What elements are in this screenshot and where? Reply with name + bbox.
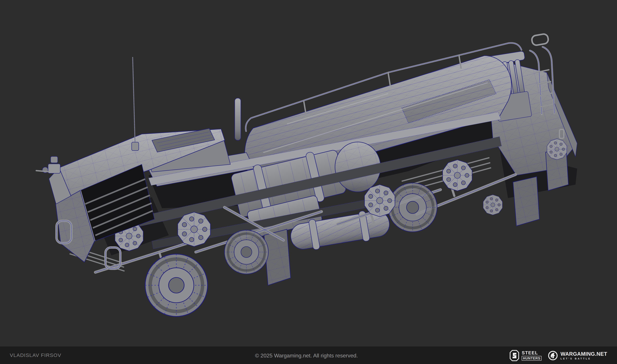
- credits-footer: VLADISLAV FIRSOV © 2025 Wargaming.net. A…: [0, 347, 617, 364]
- artwork-stage: [0, 0, 617, 347]
- wargaming-tagline: LET'S BATTLE: [561, 357, 607, 360]
- artist-credit: VLADISLAV FIRSOV: [10, 352, 61, 358]
- page: { "scene": { "description": "Wireframe-o…: [0, 0, 617, 364]
- wargaming-brand: WARGAMING.NET: [561, 351, 607, 357]
- steel-hunters-logo: STEEL HUNTERS: [509, 350, 542, 362]
- wargaming-globe-icon: [548, 350, 558, 361]
- steel-hunters-wordmark: STEEL HUNTERS: [522, 351, 542, 361]
- steel-hunters-line1: STEEL: [522, 351, 538, 355]
- steel-hunters-line2: HUNTERS: [522, 356, 542, 361]
- brand-logos: STEEL HUNTERS WARGAMING.NET LET'S BATTLE: [509, 350, 607, 362]
- copyright-text: © 2025 Wargaming.net. All rights reserve…: [255, 352, 358, 359]
- wargaming-logo: WARGAMING.NET LET'S BATTLE: [548, 350, 607, 361]
- wargaming-wordmark: WARGAMING.NET LET'S BATTLE: [561, 351, 607, 360]
- front-lamp-cluster: [36, 156, 60, 173]
- steel-hunters-badge-icon: [509, 350, 519, 362]
- vehicle-wireframe-render: [0, 0, 617, 347]
